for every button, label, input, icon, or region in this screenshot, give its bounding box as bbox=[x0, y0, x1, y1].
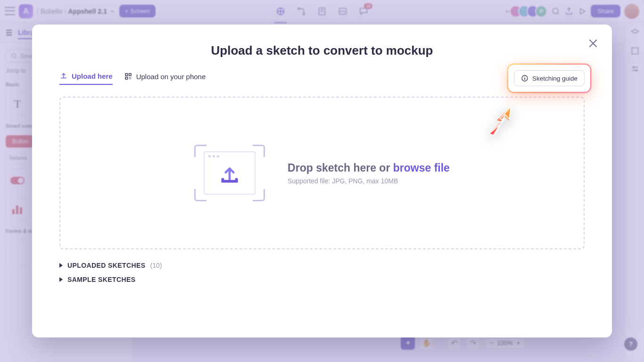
upload-sketch-modal: Upload a sketch to convert to mockup Upl… bbox=[32, 25, 612, 337]
info-icon bbox=[521, 74, 528, 82]
modal-title: Upload a sketch to convert to mockup bbox=[59, 43, 585, 58]
sketching-guide-button[interactable]: Sketching guide bbox=[514, 70, 585, 86]
drop-text-supported: Supported file: JPG, PNG, max 10MB bbox=[288, 177, 450, 185]
uploaded-sketches-count: (10) bbox=[150, 262, 162, 269]
tab-upload-here-label: Upload here bbox=[72, 72, 113, 80]
sample-sketches-label: SAMPLE SKETCHES bbox=[67, 276, 135, 283]
svg-rect-16 bbox=[125, 77, 128, 80]
qr-icon bbox=[124, 72, 132, 81]
upload-illustration bbox=[194, 145, 265, 201]
upload-arrow-icon bbox=[218, 163, 241, 186]
uploaded-sketches-section[interactable]: UPLOADED SKETCHES (10) bbox=[59, 262, 585, 269]
sample-sketches-section[interactable]: SAMPLE SKETCHES bbox=[59, 276, 585, 283]
drop-text-prefix: Drop sketch here or bbox=[288, 162, 393, 174]
modal-tabs-row: Upload here Upload on your phone Sketchi… bbox=[59, 70, 585, 86]
drop-zone-text: Drop sketch here or browse file Supporte… bbox=[288, 162, 450, 185]
close-button[interactable] bbox=[586, 37, 600, 50]
caret-right-icon bbox=[59, 277, 63, 282]
sketching-guide-highlight: Sketching guide bbox=[514, 70, 585, 86]
svg-rect-19 bbox=[129, 79, 130, 80]
uploaded-sketches-label: UPLOADED SKETCHES bbox=[67, 262, 145, 269]
tab-upload-phone-label: Upload on your phone bbox=[136, 73, 206, 81]
svg-rect-20 bbox=[130, 79, 131, 80]
upload-icon bbox=[59, 72, 68, 80]
svg-rect-15 bbox=[129, 74, 131, 76]
svg-rect-14 bbox=[125, 74, 128, 76]
tab-upload-here[interactable]: Upload here bbox=[59, 72, 113, 85]
tab-upload-phone[interactable]: Upload on your phone bbox=[124, 72, 206, 84]
svg-rect-18 bbox=[130, 77, 131, 78]
sketching-guide-label: Sketching guide bbox=[532, 75, 578, 82]
close-icon bbox=[586, 37, 600, 50]
drop-zone[interactable]: Drop sketch here or browse file Supporte… bbox=[59, 97, 585, 249]
caret-right-icon bbox=[59, 263, 63, 268]
browse-file-link[interactable]: browse file bbox=[393, 162, 450, 174]
svg-rect-17 bbox=[129, 77, 130, 78]
